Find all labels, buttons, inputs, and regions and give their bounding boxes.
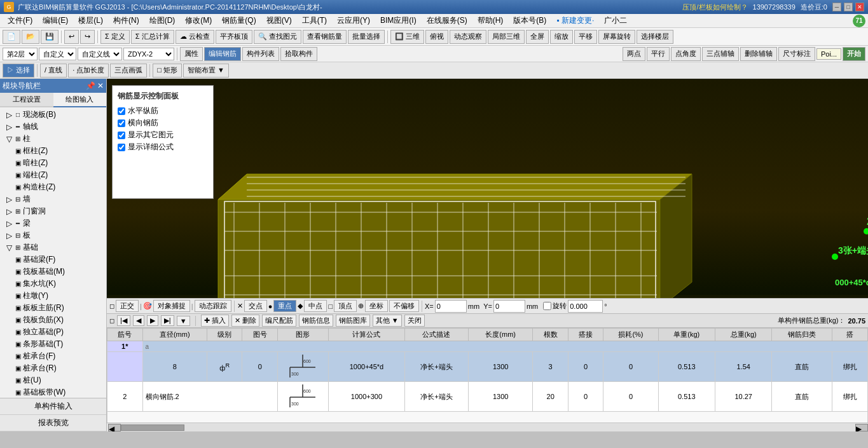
toolbar-dimension[interactable]: 尺寸标注: [778, 47, 815, 61]
toolbar-point-length[interactable]: · 点加长度: [68, 64, 109, 78]
menu-help[interactable]: 帮助(H): [472, 14, 509, 27]
maximize-button[interactable]: □: [844, 3, 853, 11]
menu-new-change[interactable]: ▪ 新建变更·: [551, 14, 599, 27]
menu-component[interactable]: 构件(N): [108, 14, 144, 27]
tree-item-floor-slab[interactable]: ▷ ⊟ 板: [1, 229, 105, 241]
tree-item-isolated-found[interactable]: ▣ 独立基础(P): [1, 326, 105, 338]
toggle-icon[interactable]: ▽: [5, 243, 13, 252]
toolbar-component-list[interactable]: 构件列表: [242, 47, 279, 61]
toggle-icon[interactable]: ▽: [5, 135, 13, 144]
tree-item-slab[interactable]: ▷ □ 现浇板(B): [1, 109, 105, 121]
insert-btn[interactable]: ✚ 插入: [201, 315, 229, 327]
toolbar-batch-select[interactable]: 批量选择: [348, 30, 385, 44]
minimize-button[interactable]: ─: [832, 3, 841, 11]
rebar-library-btn[interactable]: 钢筋图库: [336, 315, 370, 327]
toggle-icon[interactable]: ▷: [5, 111, 13, 119]
midpoint-top-btn[interactable]: 重点: [273, 300, 296, 312]
toolbar-pan[interactable]: 平移: [574, 30, 597, 44]
toolbar-smart-layout[interactable]: 智能布置 ▼: [183, 64, 229, 78]
rebar-table-area[interactable]: 筋号 直径(mm) 级别 图号 图形 计算公式 公式描述 长度(mm) 根数 搭…: [107, 327, 868, 423]
toolbar-dynamic-view[interactable]: 动态观察: [450, 30, 486, 44]
toolbar-find-element[interactable]: 🔍 查找图元: [254, 30, 301, 44]
toolbar-line[interactable]: / 直线: [40, 64, 67, 78]
menu-online[interactable]: 在线服务(S): [422, 14, 472, 27]
tree-item-column[interactable]: ▽ ⊞ 柱: [1, 133, 105, 145]
toolbar-top-view[interactable]: 俯视: [425, 30, 448, 44]
object-snap-btn[interactable]: 对象捕捉: [153, 300, 190, 312]
tree-item-found-band[interactable]: ▣ 基础板带(W): [1, 386, 105, 398]
menu-rebar-qty[interactable]: 钢筋量(Q): [217, 14, 261, 27]
nav-prev-btn[interactable]: ◀: [133, 315, 144, 326]
tree-item-slab-neg-rebar[interactable]: ▣ 筏板负筋(X): [1, 314, 105, 326]
tree-item-pile[interactable]: ▣ 桩(U): [1, 374, 105, 386]
tree-item-pile-cap[interactable]: ▣ 桩承台(F): [1, 350, 105, 362]
toolbar-new[interactable]: 📄: [3, 30, 20, 44]
tree-item-wall[interactable]: ▷ ⊟ 墙: [1, 193, 105, 205]
tree-item-foundation[interactable]: ▽ ⊞ 基础: [1, 241, 105, 254]
toolbar-parallel[interactable]: 平行: [647, 47, 670, 61]
toolbar-redo[interactable]: ↪: [80, 30, 95, 44]
tree-item-column-cap[interactable]: ▣ 柱墩(Y): [1, 290, 105, 302]
tree-item-beam[interactable]: ▷ ━ 梁: [1, 217, 105, 229]
toolbar-property[interactable]: 属性: [180, 47, 203, 61]
help-link[interactable]: 压顶/栏板如何绘制？: [682, 3, 747, 12]
line-type-select[interactable]: 自定义线: [78, 48, 122, 60]
menu-cloud[interactable]: 云应用(Y): [332, 14, 375, 27]
menu-guangxiao[interactable]: 广小二: [599, 14, 632, 27]
show-formula-checkbox[interactable]: [118, 144, 125, 151]
rotate-checkbox[interactable]: [543, 302, 551, 310]
midpoint-btn[interactable]: 中点: [304, 300, 327, 312]
toggle-icon[interactable]: ▷: [5, 123, 13, 132]
checkbox-show-formula[interactable]: 显示详细公式: [118, 142, 208, 153]
tree-item-sump[interactable]: ▣ 集水坑(K): [1, 278, 105, 290]
hscroll-left-btn[interactable]: ◀: [108, 424, 121, 431]
toolbar-cloud-check[interactable]: ☁ 云检查: [176, 30, 214, 44]
table-row[interactable]: 8 фR 0 600 300: [107, 352, 868, 382]
hscroll-thumb[interactable]: [121, 424, 184, 431]
menu-edit[interactable]: 编辑(E): [38, 14, 73, 27]
toolbar-fullscreen[interactable]: 全屏: [526, 30, 549, 44]
toolbar-screen-rotate[interactable]: 屏幕旋转: [598, 30, 635, 44]
toolbar-level-top[interactable]: 平齐板顶: [216, 30, 252, 44]
custom-select[interactable]: 自定义: [39, 48, 76, 60]
toolbar-view-rebar[interactable]: 查看钢筋量: [303, 30, 347, 44]
toggle-icon[interactable]: ▷: [5, 231, 13, 240]
menu-modify[interactable]: 修改(M): [180, 14, 217, 27]
dynamic-track-btn[interactable]: 动态跟踪: [195, 300, 231, 312]
menu-view[interactable]: 视图(V): [261, 14, 297, 27]
toolbar-pick-component[interactable]: 拾取构件: [280, 47, 317, 61]
tree-item-end-col[interactable]: ▣ 端柱(Z): [1, 169, 105, 181]
toolbar-delete-axis[interactable]: 删除辅轴: [740, 47, 777, 61]
hscroll-right-btn[interactable]: ▶: [855, 424, 868, 431]
toolbar-three-point-arc[interactable]: 三点画弧: [110, 64, 147, 78]
tree-item-slab-main-rebar[interactable]: ▣ 板板主筋(R): [1, 302, 105, 314]
report-preview-btn[interactable]: 报表预览: [0, 415, 106, 431]
nav-last-btn[interactable]: ▶|: [161, 315, 174, 326]
menu-floor[interactable]: 楼层(L): [73, 14, 108, 27]
toolbar-select-floor[interactable]: 选择楼层: [637, 30, 673, 44]
tree-item-found-beam[interactable]: ▣ 基础梁(F): [1, 254, 105, 266]
tree-item-opening[interactable]: ▷ ⊞ 门窗洞: [1, 205, 105, 217]
tab-project-settings[interactable]: 工程设置: [0, 93, 53, 107]
checkbox-horiz-rebar[interactable]: 水平纵筋: [118, 105, 208, 116]
code-select[interactable]: ZDYX-2: [123, 48, 174, 60]
toolbar-zoom[interactable]: 缩放: [550, 30, 573, 44]
no-offset-btn[interactable]: 不偏移: [389, 300, 419, 312]
vertex-btn[interactable]: 顶点: [334, 300, 357, 312]
toolbar-two-points[interactable]: 两点: [623, 47, 645, 61]
x-input[interactable]: [435, 300, 467, 313]
other-btn[interactable]: 其他 ▼: [373, 315, 402, 327]
menu-bim[interactable]: BIM应用(I): [375, 14, 422, 27]
nav-next-btn[interactable]: ▶: [147, 315, 158, 326]
tab-draw-input[interactable]: 绘图输入: [53, 93, 107, 107]
toolbar-save[interactable]: 💾: [41, 30, 59, 44]
coordinate-btn[interactable]: 坐标: [365, 300, 388, 312]
transv-rebar-checkbox[interactable]: [118, 119, 125, 127]
scale-rebar-btn[interactable]: 编尺配筋: [262, 315, 296, 327]
toggle-icon[interactable]: ▷: [5, 195, 13, 204]
sidebar-pin[interactable]: 📌 ✕: [86, 81, 104, 90]
toggle-icon[interactable]: ▷: [5, 219, 13, 228]
nav-down-btn[interactable]: ▼: [177, 316, 190, 326]
checkbox-transv-rebar[interactable]: 横向钢筋: [118, 118, 208, 128]
menu-file[interactable]: 文件(F): [3, 14, 38, 27]
